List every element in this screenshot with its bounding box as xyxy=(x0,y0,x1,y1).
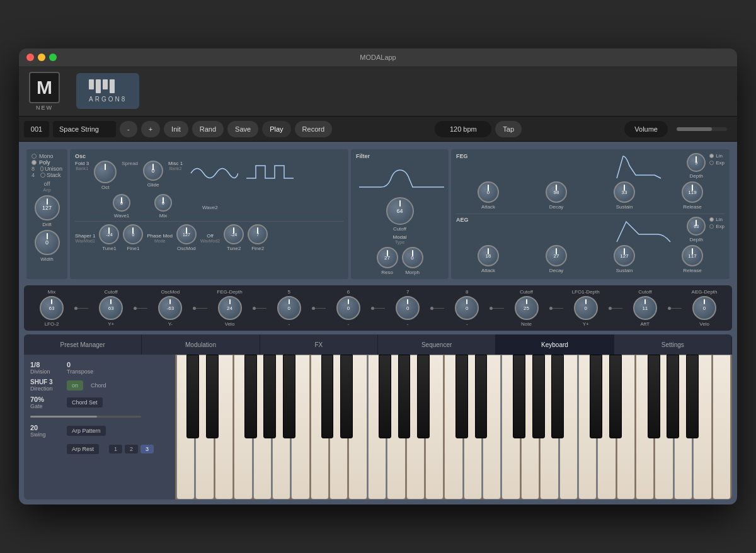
white-key-7[interactable] xyxy=(311,355,329,499)
tab-settings[interactable]: Settings xyxy=(614,334,732,355)
mod-knob-1[interactable]: 63 xyxy=(99,296,123,320)
tab-fx[interactable]: FX xyxy=(260,334,378,355)
oct-knob[interactable] xyxy=(94,161,117,183)
aeg-release-knob[interactable]: 117 xyxy=(682,245,703,266)
poly-radio[interactable]: Poly xyxy=(32,159,62,166)
mono-radio[interactable]: Mono xyxy=(32,153,62,159)
page-toggle-1[interactable]: 1 xyxy=(109,445,122,453)
feg-attack-knob[interactable]: 0 xyxy=(478,181,499,203)
mod-knob-0[interactable]: 63 xyxy=(40,296,64,320)
mod-knob-10[interactable]: 11 xyxy=(633,296,657,320)
minimize-button[interactable] xyxy=(38,54,45,61)
mod-knob-6[interactable]: 0 xyxy=(396,296,420,320)
white-key-0[interactable] xyxy=(176,355,195,499)
volume-slider[interactable] xyxy=(677,127,727,131)
white-key-16[interactable] xyxy=(483,355,501,499)
white-key-10[interactable] xyxy=(368,355,386,499)
white-key-4[interactable] xyxy=(253,355,272,499)
feg-lin[interactable]: Lin xyxy=(709,153,724,159)
feg-depth-knob[interactable]: 9 xyxy=(687,153,706,172)
white-key-11[interactable] xyxy=(387,355,405,499)
tab-preset-manager[interactable]: Preset Manager xyxy=(24,334,142,355)
glide-knob[interactable]: 0 xyxy=(143,161,163,181)
page-toggle-2[interactable]: 2 xyxy=(125,445,138,453)
fullscreen-button[interactable] xyxy=(49,54,57,61)
feg-decay-knob[interactable]: 98 xyxy=(546,181,567,203)
width-knob[interactable]: 0 xyxy=(35,230,60,255)
white-key-12[interactable] xyxy=(406,355,425,499)
fine2-knob[interactable]: 7 xyxy=(248,224,268,244)
chord-toggle-button[interactable]: on xyxy=(67,380,83,391)
drift-knob[interactable]: 127 xyxy=(35,195,60,220)
white-key-13[interactable] xyxy=(425,355,444,499)
reso-knob[interactable]: 27 xyxy=(377,247,398,268)
white-key-25[interactable] xyxy=(655,355,673,499)
aeg-sustain-knob[interactable]: 127 xyxy=(614,245,635,266)
mod-knob-4[interactable]: 0 xyxy=(277,296,301,320)
aeg-exp[interactable]: Exp xyxy=(709,224,724,229)
bpm-input[interactable] xyxy=(435,121,491,137)
mod-knob-8[interactable]: 25 xyxy=(515,296,539,320)
chord-set-button[interactable]: Chord Set xyxy=(67,397,103,408)
rand-button[interactable]: Rand xyxy=(192,121,224,137)
mod-knob-11[interactable]: 0 xyxy=(692,296,716,320)
tap-button[interactable]: Tap xyxy=(495,121,522,137)
init-button[interactable]: Init xyxy=(164,121,188,137)
page-toggle-3[interactable]: 3 xyxy=(140,445,154,453)
save-button[interactable]: Save xyxy=(227,121,258,137)
white-key-21[interactable] xyxy=(578,355,597,499)
aeg-decay-knob[interactable]: 27 xyxy=(546,245,567,266)
aeg-attack-knob[interactable]: 16 xyxy=(478,245,499,266)
prev-preset-button[interactable]: - xyxy=(120,121,137,137)
white-key-27[interactable] xyxy=(693,355,711,499)
tab-keyboard[interactable]: Keyboard xyxy=(496,334,614,355)
white-key-19[interactable] xyxy=(540,355,558,499)
piano-keyboard[interactable] xyxy=(175,355,732,499)
slider-track[interactable] xyxy=(30,416,141,418)
white-key-6[interactable] xyxy=(291,355,309,499)
record-button[interactable]: Record xyxy=(295,121,332,137)
cutoff-knob[interactable]: 64 xyxy=(386,197,414,225)
white-key-17[interactable] xyxy=(501,355,520,499)
white-key-24[interactable] xyxy=(636,355,654,499)
white-key-1[interactable] xyxy=(195,355,214,499)
arp-rest-button[interactable]: Arp Rest xyxy=(67,444,99,454)
white-key-20[interactable] xyxy=(559,355,578,499)
mod-knob-7[interactable]: 0 xyxy=(455,296,479,320)
mix-knob[interactable]: 0 xyxy=(154,194,172,212)
wave1-knob[interactable]: 0 xyxy=(113,194,130,212)
fine1-knob[interactable]: 0 xyxy=(123,224,143,244)
volume-label[interactable]: Volume xyxy=(624,121,668,137)
white-key-5[interactable] xyxy=(272,355,290,499)
tune2-knob[interactable]: -24 xyxy=(224,224,244,244)
white-key-3[interactable] xyxy=(234,355,252,499)
feg-exp[interactable]: Exp xyxy=(709,160,724,166)
white-key-22[interactable] xyxy=(597,355,616,499)
feg-sustain-knob[interactable]: 33 xyxy=(614,181,635,203)
white-key-9[interactable] xyxy=(348,355,367,499)
aeg-depth-knob[interactable]: 63 xyxy=(687,217,706,236)
white-key-15[interactable] xyxy=(464,355,482,499)
tab-sequencer[interactable]: Sequencer xyxy=(378,334,496,355)
mod-knob-5[interactable]: 0 xyxy=(336,296,360,320)
white-key-28[interactable] xyxy=(713,355,731,499)
white-key-2[interactable] xyxy=(215,355,233,499)
preset-name-input[interactable] xyxy=(53,121,116,137)
tab-modulation[interactable]: Modulation xyxy=(142,334,260,355)
white-key-18[interactable] xyxy=(521,355,539,499)
mod-knob-3[interactable]: 24 xyxy=(218,296,242,320)
mod-knob-9[interactable]: 0 xyxy=(574,296,598,320)
white-key-8[interactable] xyxy=(329,355,348,499)
arp-pattern-button[interactable]: Arp Pattern xyxy=(67,426,106,436)
tune1-knob[interactable]: -24 xyxy=(99,224,119,244)
mod-knob-2[interactable]: -63 xyxy=(158,296,182,320)
preset-number-input[interactable] xyxy=(24,121,49,137)
white-key-26[interactable] xyxy=(674,355,692,499)
next-preset-button[interactable]: + xyxy=(141,121,160,137)
white-key-14[interactable] xyxy=(444,355,462,499)
white-key-23[interactable] xyxy=(617,355,635,499)
oscmod-knob[interactable]: 127 xyxy=(176,224,197,244)
morph-knob[interactable]: 0 xyxy=(402,247,423,268)
aeg-lin[interactable]: Lin xyxy=(709,217,724,222)
play-button[interactable]: Play xyxy=(262,121,290,137)
